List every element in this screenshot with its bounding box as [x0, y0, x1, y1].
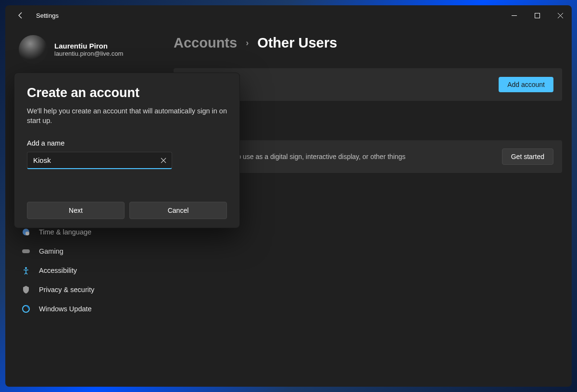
titlebar: Settings — [5, 5, 572, 25]
cancel-button[interactable]: Cancel — [129, 202, 227, 219]
window-controls — [502, 5, 572, 25]
update-icon — [22, 305, 30, 313]
breadcrumb-current: Other Users — [257, 35, 337, 51]
close-button[interactable] — [549, 5, 572, 25]
sidebar-item-privacy-security[interactable]: Privacy & security — [11, 280, 154, 299]
dialog-buttons: Next Cancel — [27, 202, 227, 219]
clock-globe-icon — [22, 228, 30, 236]
window-title: Settings — [36, 12, 502, 19]
sidebar-item-accessibility[interactable]: Accessibility — [11, 261, 154, 280]
sidebar-item-label: Time & language — [39, 228, 91, 236]
svg-rect-4 — [22, 249, 30, 253]
user-name: Laurentiu Piron — [54, 42, 123, 50]
sidebar-item-label: Gaming — [39, 247, 63, 255]
name-input-wrap — [27, 152, 172, 169]
gamepad-icon — [22, 247, 30, 256]
back-button[interactable] — [15, 10, 26, 21]
svg-rect-1 — [535, 13, 539, 18]
name-input-label: Add a name — [27, 139, 227, 147]
minimize-button[interactable] — [502, 5, 526, 25]
next-button[interactable]: Next — [27, 202, 125, 219]
svg-point-5 — [25, 267, 27, 269]
clear-input-button[interactable] — [159, 156, 168, 165]
get-started-button[interactable]: Get started — [502, 148, 553, 165]
user-block[interactable]: Laurentiu Piron laurentiu.piron@live.com — [11, 30, 154, 74]
shield-icon — [22, 285, 30, 294]
avatar — [19, 35, 48, 64]
settings-window: Settings Laurentiu Piron laurentiu.piron… — [5, 5, 572, 387]
sidebar-item-label: Accessibility — [39, 267, 77, 274]
user-email: laurentiu.piron@live.com — [54, 50, 123, 57]
maximize-button[interactable] — [526, 5, 549, 25]
add-account-button[interactable]: Add account — [499, 77, 553, 92]
partial-text: k — [236, 209, 562, 217]
sidebar-item-label: Privacy & security — [39, 286, 94, 294]
sidebar-item-windows-update[interactable]: Windows Update — [11, 299, 154, 318]
breadcrumb-parent[interactable]: Accounts — [174, 35, 237, 51]
sidebar-item-gaming[interactable]: Gaming — [11, 242, 154, 261]
person-icon — [22, 266, 30, 275]
name-input[interactable] — [27, 152, 172, 169]
sidebar-item-label: Windows Update — [39, 305, 92, 313]
breadcrumb: Accounts › Other Users — [174, 35, 562, 51]
chevron-right-icon: › — [246, 38, 249, 48]
dialog-description: We'll help you create an account that wi… — [27, 106, 227, 126]
dialog-title: Create an account — [27, 86, 227, 100]
svg-point-3 — [25, 232, 29, 235]
create-account-dialog: Create an account We'll help you create … — [14, 73, 240, 228]
